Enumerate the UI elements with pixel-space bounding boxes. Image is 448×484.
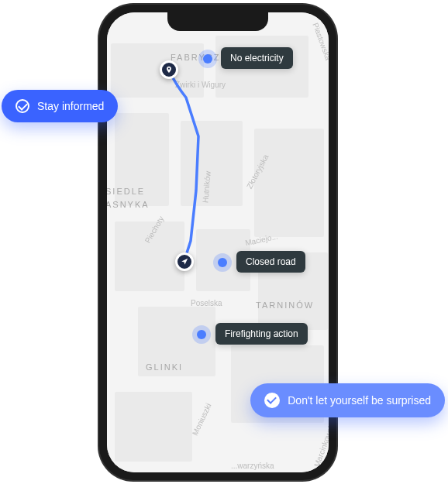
street-poselska: Poselska	[191, 299, 222, 307]
alert-dot-firefighting[interactable]	[197, 330, 206, 339]
check-circle-outline-icon	[16, 99, 29, 113]
callout-stay-informed: Stay informed	[2, 90, 118, 122]
phone-notch	[167, 12, 268, 31]
callout-text: Don't let yourself be surprised	[288, 394, 431, 407]
street-piastowska: Piastowska	[311, 22, 329, 61]
alert-text: Closed road	[246, 256, 296, 267]
callout-dont-be-surprised: Don't let yourself be surprised	[250, 383, 445, 417]
district-glinki: GLINKI	[146, 362, 183, 372]
check-circle-solid-icon	[264, 393, 280, 408]
district-tarninow: TARNINÓW	[256, 300, 314, 310]
alert-dot-closed-road[interactable]	[218, 258, 227, 267]
district-osiedle: SIEDLE	[107, 187, 145, 196]
street-warzynska: ...warzyńska	[231, 462, 274, 470]
district-asnyka: ASNYKA	[107, 200, 150, 209]
alert-label-electricity[interactable]: No electricity	[221, 47, 293, 69]
alert-label-closed-road[interactable]: Closed road	[236, 251, 305, 273]
navigation-arrow-icon	[181, 258, 188, 266]
route-origin-pin[interactable]	[160, 60, 178, 79]
map-pin-icon	[165, 66, 173, 74]
alert-text: Firefighting action	[225, 328, 298, 339]
street-zwirki: Żwirki i Wigury	[175, 81, 226, 89]
alert-text: No electricity	[230, 53, 284, 64]
route-destination-pin[interactable]	[175, 252, 194, 271]
alert-dot-electricity[interactable]	[203, 54, 212, 64]
callout-text: Stay informed	[37, 100, 104, 112]
alert-label-firefighting[interactable]: Firefighting action	[215, 323, 308, 345]
street-moniuszki: Moniuszki	[191, 402, 213, 437]
